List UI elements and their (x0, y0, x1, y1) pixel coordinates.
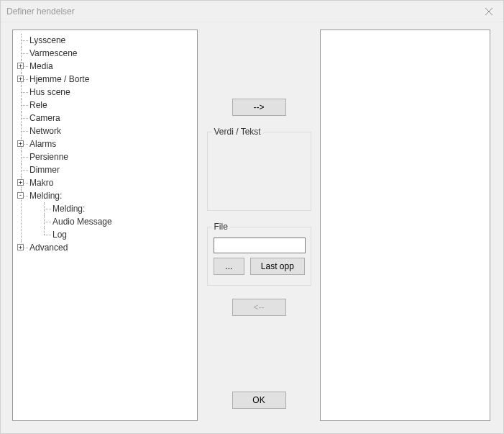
browse-button[interactable]: ... (214, 258, 245, 275)
event-tree[interactable]: LyssceneVarmescene+Media+Hjemme / BorteH… (17, 34, 193, 254)
expand-icon[interactable]: + (17, 63, 24, 69)
file-input[interactable] (214, 238, 306, 253)
tree-node-label: Persienne (29, 152, 68, 162)
tree-node-label: Advanced (29, 243, 68, 253)
tree-node-label: Log (52, 230, 67, 240)
tree-node-label: Media (29, 61, 53, 71)
tree-node-label: Camera (29, 113, 60, 123)
close-icon (485, 8, 492, 15)
close-button[interactable] (475, 1, 503, 22)
collapse-icon[interactable]: - (17, 192, 24, 199)
define-events-dialog: Definer hendelser LyssceneVarmescene+Med… (0, 0, 504, 434)
tree-node-label: Melding: (29, 191, 62, 201)
tree-node-label: Hjemme / Borte (29, 74, 89, 84)
expand-icon[interactable]: + (17, 140, 24, 147)
tree-node[interactable]: +Hjemme / Borte (17, 73, 193, 86)
file-label: File (212, 222, 230, 232)
value-text-group: Verdi / Tekst (207, 132, 311, 211)
tree-node-label: Makro (29, 178, 53, 188)
source-tree-panel: LyssceneVarmescene+Media+Hjemme / BorteH… (12, 30, 198, 421)
tree-node-label: Dimmer (29, 165, 60, 175)
expand-icon[interactable]: + (17, 244, 24, 250)
middle-controls: --> Verdi / Tekst File ... Last opp <-- … (205, 30, 313, 425)
remove-button[interactable]: <-- (232, 299, 286, 316)
tree-node[interactable]: +Makro (17, 176, 193, 189)
expand-icon[interactable]: + (17, 179, 24, 186)
tree-node[interactable]: Melding: (29, 202, 193, 215)
upload-button[interactable]: Last opp (250, 258, 304, 275)
tree-node-label: Network (29, 126, 61, 136)
target-list-panel[interactable] (320, 30, 490, 421)
tree-node[interactable]: -Melding:Melding:Audio MessageLog (17, 189, 193, 241)
tree-node[interactable]: +Alarms (17, 137, 193, 150)
file-group: File ... Last opp (207, 227, 311, 286)
tree-node[interactable]: Dimmer (17, 163, 193, 176)
window-title: Definer hendelser (6, 6, 475, 17)
tree-node-label: Melding: (52, 204, 85, 214)
file-buttons-row: ... Last opp (214, 258, 305, 275)
tree-node[interactable]: Audio Message (29, 215, 193, 228)
ok-button[interactable]: OK (232, 392, 286, 409)
tree-node[interactable]: Persienne (17, 150, 193, 163)
tree-node[interactable]: Rele (17, 99, 193, 112)
tree-node-label: Rele (29, 100, 47, 110)
add-button[interactable]: --> (232, 99, 286, 116)
tree-node-label: Varmescene (29, 48, 77, 58)
tree-node-label: Lysscene (29, 35, 65, 45)
tree-node[interactable]: Camera (17, 112, 193, 125)
tree-node-label: Audio Message (52, 217, 112, 227)
value-text-label: Verdi / Tekst (212, 127, 263, 137)
tree-node[interactable]: +Media (17, 60, 193, 73)
tree-node[interactable]: Log (29, 228, 193, 241)
tree-node[interactable]: Hus scene (17, 86, 193, 99)
tree-node[interactable]: Network (17, 125, 193, 137)
tree-node-label: Alarms (29, 139, 56, 149)
content-area: LyssceneVarmescene+Media+Hjemme / BorteH… (1, 22, 503, 433)
tree-node[interactable]: Varmescene (17, 47, 193, 60)
titlebar: Definer hendelser (1, 1, 503, 22)
expand-icon[interactable]: + (17, 76, 24, 82)
tree-node[interactable]: Lysscene (17, 34, 193, 47)
tree-node[interactable]: +Advanced (17, 241, 193, 254)
tree-node-label: Hus scene (29, 87, 70, 97)
